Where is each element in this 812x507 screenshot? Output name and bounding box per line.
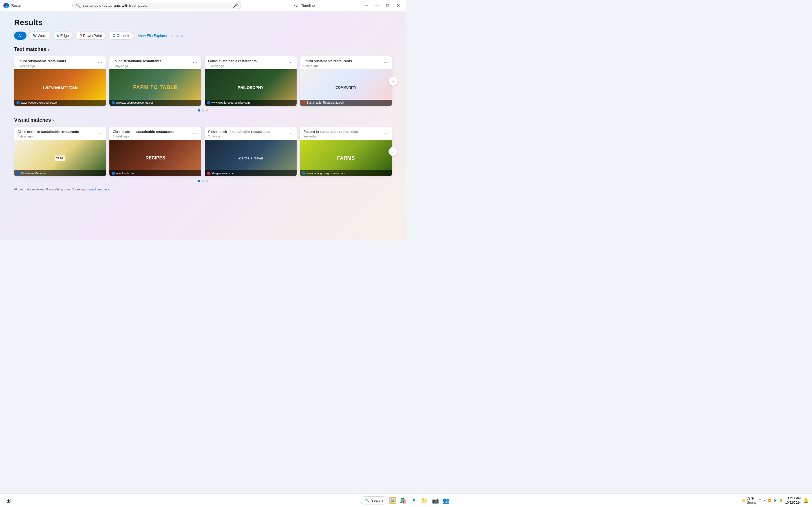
visual-card-title-area-3: Close match to sustainable restaurants 2…: [208, 130, 269, 138]
visual-card-menu-2[interactable]: ⋯: [192, 130, 198, 136]
visual-card-title-3: Close match to sustainable restaurants: [208, 130, 269, 134]
visual-card-title-2: Close match to sustainable restaurants: [113, 130, 174, 134]
card-title-area-4: Found sustainable restaurants 5 days ago: [303, 59, 352, 68]
text-match-card-4[interactable]: Found sustainable restaurants 5 days ago…: [300, 56, 392, 106]
filter-outlook-label: Outlook: [116, 34, 129, 38]
card-footer-url-2: www.woodgrovegroceries.com: [116, 101, 154, 104]
visual-card-date-2: 1 week ago: [113, 135, 174, 138]
restore-button[interactable]: ⧉: [384, 1, 392, 10]
visual-matches-next-arrow[interactable]: ›: [389, 147, 398, 156]
card-menu-1[interactable]: ⋯: [97, 59, 103, 66]
visual-matches-grid: Close match to sustainable restaurants 6…: [14, 127, 392, 177]
card-date-2: 3 days ago: [113, 64, 161, 68]
card-footer-url-1: www.woodgrovegroceries.com: [21, 101, 59, 104]
card-date-3: 1 week ago: [208, 64, 257, 68]
visual-card-title-area-4: Related to sustainable restaurants Yeste…: [303, 130, 358, 138]
filter-all[interactable]: All: [14, 32, 27, 40]
timeline-button[interactable]: </> Timeline: [292, 2, 317, 9]
visual-match-card-3[interactable]: Close match to sustainable restaurants 2…: [205, 127, 297, 177]
card-footer-4: Sustainable_Restaurants.pptx: [300, 100, 392, 106]
visual-footer-icon-3: [207, 172, 210, 175]
visual-dot-3[interactable]: [206, 180, 208, 182]
visual-dot-1[interactable]: [198, 180, 200, 182]
card-title-4: Found sustainable restaurants: [303, 59, 352, 64]
card-footer-2: www.woodgrovegroceries.com: [109, 100, 201, 106]
filter-edge-label: Edge: [60, 34, 69, 38]
visual-dot-2[interactable]: [202, 180, 204, 182]
visual-card-footer-4: www.woodgrovegroceries.com: [300, 170, 392, 176]
powerpoint-icon: P: [80, 34, 82, 38]
card-footer-1: www.woodgrovegroceries.com: [14, 100, 106, 106]
page-title: Results: [14, 18, 392, 27]
footer-icon-4: [302, 101, 306, 105]
card-title-2: Found sustainable restaurants: [113, 59, 161, 64]
visual-card-title-1: Close match to sustainable restaurants: [17, 130, 79, 134]
visual-footer-icon-4: [302, 172, 306, 175]
send-feedback-link[interactable]: send feedback: [89, 187, 109, 191]
visual-footer-icon-1: [16, 172, 20, 175]
filter-powerpoint[interactable]: P PowerPoint: [75, 32, 106, 40]
text-matches-next-arrow[interactable]: ›: [389, 76, 398, 86]
card-menu-4[interactable]: ⋯: [383, 59, 389, 66]
card-footer-3: www.woodgrovegroceries.com: [205, 100, 297, 106]
visual-card-footer-url-1: RestaurantMenu.doc: [21, 172, 47, 175]
card-title-area-1: Found sustainable restaurants 2 weeks ag…: [17, 59, 66, 68]
visual-matches-chevron-icon[interactable]: ›: [53, 118, 54, 122]
visual-card-title-4: Related to sustainable restaurants: [303, 130, 358, 134]
close-button[interactable]: ✕: [394, 1, 403, 10]
visual-card-title-area-2: Close match to sustainable restaurants 1…: [113, 130, 174, 138]
dot-2[interactable]: [202, 109, 204, 112]
visual-card-header-2: Close match to sustainable restaurants 1…: [109, 127, 201, 140]
footer-icon-1: [16, 101, 20, 105]
visual-card-menu-3[interactable]: ⋯: [288, 130, 293, 136]
card-menu-2[interactable]: ⋯: [192, 59, 198, 66]
visual-footer-icon-2: [112, 172, 115, 175]
visual-card-header-1: Close match to sustainable restaurants 6…: [14, 127, 106, 140]
filter-word-label: Word: [38, 34, 47, 38]
card-title-3: Found sustainable restaurants: [208, 59, 257, 64]
filter-outlook[interactable]: O Outlook: [108, 32, 133, 40]
ai-disclaimer: AI can make mistakes. If something doesn…: [14, 187, 392, 191]
card-title-area-3: Found sustainable restaurants 1 week ago: [208, 59, 257, 68]
filter-word[interactable]: W Word: [29, 32, 50, 40]
card-header-1: Found sustainable restaurants 2 weeks ag…: [14, 56, 106, 69]
titlebar-controls: ⋯ ─ ⧉ ✕: [362, 1, 403, 10]
titlebar-left: Recall: [3, 3, 21, 8]
edge-icon: e: [57, 34, 59, 38]
card-menu-3[interactable]: ⋯: [288, 59, 293, 66]
text-match-card-1[interactable]: Found sustainable restaurants 2 weeks ag…: [14, 56, 106, 106]
titlebar-search-bar[interactable]: 🔍 🎤: [72, 2, 241, 9]
text-match-card-3[interactable]: Found sustainable restaurants 1 week ago…: [205, 56, 297, 106]
dot-3[interactable]: [206, 109, 208, 112]
minimize-button[interactable]: ─: [373, 1, 381, 10]
recall-app-icon: [3, 3, 9, 8]
card-header-4: Found sustainable restaurants 5 days ago…: [300, 56, 392, 69]
visual-matches-section-header: Visual matches ›: [14, 117, 392, 123]
dot-1[interactable]: [198, 109, 200, 112]
visual-card-header-4: Related to sustainable restaurants Yeste…: [300, 127, 392, 140]
text-matches-chevron-icon[interactable]: ›: [48, 47, 49, 52]
visual-card-footer-url-3: Margiestravel.com: [211, 172, 235, 175]
filter-powerpoint-label: PowerPoint: [83, 34, 102, 38]
visual-matches-dots: [14, 180, 392, 182]
view-file-explorer-link[interactable]: View File Explorer results ↗: [138, 34, 183, 38]
card-footer-url-3: www.woodgrovegroceries.com: [211, 101, 250, 104]
visual-card-menu-4[interactable]: ⋯: [383, 130, 389, 136]
more-options-button[interactable]: ⋯: [362, 1, 370, 10]
visual-card-date-4: Yesterday: [303, 135, 358, 138]
text-match-card-2[interactable]: Found sustainable restaurants 3 days ago…: [109, 56, 201, 106]
voice-icon[interactable]: 🎤: [233, 3, 238, 8]
text-matches-title: Text matches: [14, 47, 46, 52]
visual-card-footer-url-2: relecloud.com: [116, 172, 134, 175]
titlebar-title: Recall: [11, 3, 21, 8]
ai-disclaimer-text: AI can make mistakes. If something doesn…: [14, 187, 89, 191]
visual-match-card-4[interactable]: Related to sustainable restaurants Yeste…: [300, 127, 392, 177]
text-matches-cards-wrapper: Found sustainable restaurants 2 weeks ag…: [14, 56, 392, 106]
view-file-explorer-label: View File Explorer results: [138, 34, 179, 38]
visual-match-card-1[interactable]: Close match to sustainable restaurants 6…: [14, 127, 106, 177]
filter-edge[interactable]: e Edge: [53, 32, 73, 40]
main-content: Results All W Word e Edge P PowerPoint O…: [0, 11, 406, 240]
visual-match-card-2[interactable]: Close match to sustainable restaurants 1…: [109, 127, 201, 177]
search-input[interactable]: [83, 3, 231, 8]
visual-card-menu-1[interactable]: ⋯: [97, 130, 103, 136]
